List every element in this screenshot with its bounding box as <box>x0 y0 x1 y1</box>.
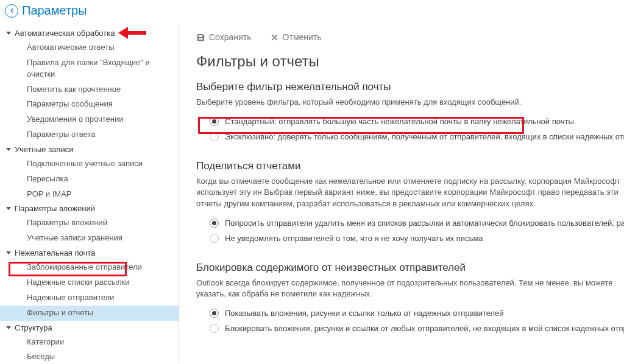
radio-label: Блокировать вложения, рисунки и ссылки о… <box>225 324 624 333</box>
sidebar-group-accounts[interactable]: Учетные записи <box>0 142 179 156</box>
section-share-reports-title: Поделиться отчетами <box>196 160 624 172</box>
section-share-reports-desc: Когда вы отмечаете сообщение как нежелат… <box>196 176 624 209</box>
sidebar-group-label: Нежелательная почта <box>15 248 95 257</box>
radio-icon <box>210 219 219 228</box>
sidebar-item-safe-senders[interactable]: Надежные отправители <box>0 290 179 306</box>
chevron-down-icon <box>6 326 11 329</box>
page-title: Фильтры и отчеты <box>196 53 624 70</box>
close-icon <box>270 33 279 42</box>
radio-label: Стандартный: отправлять большую часть не… <box>225 117 576 126</box>
cancel-label: Отменить <box>283 32 322 42</box>
back-button[interactable] <box>5 4 18 18</box>
sidebar-item-inbox-rules[interactable]: Правила для папки "Входящие" и очистки <box>0 55 179 82</box>
sidebar-group-label: Автоматическая обработка <box>15 29 115 38</box>
sidebar-group-label: Структура <box>15 323 52 332</box>
save-button[interactable]: Сохранить <box>196 32 252 42</box>
sidebar-group-auto-processing[interactable]: Автоматическая обработка <box>0 26 179 40</box>
sidebar-item-conversations[interactable]: Беседы <box>0 349 179 363</box>
save-icon <box>196 33 205 42</box>
radio-label: Не уведомлять отправителей о том, что я … <box>225 234 483 243</box>
sidebar-group-junk[interactable]: Нежелательная почта <box>0 246 179 260</box>
page-header: Параметры <box>0 0 624 24</box>
radio-block-all[interactable]: Блокировать вложения, рисунки и ссылки о… <box>196 321 624 336</box>
radio-dont-notify[interactable]: Не уведомлять отправителей о том, что я … <box>196 231 624 246</box>
toolbar: Сохранить Отменить <box>196 32 624 42</box>
section-junk-filter-desc: Выберите уровень фильтра, который необхо… <box>196 97 624 108</box>
sidebar-item-storage-accounts[interactable]: Учетные записи хранения <box>0 231 179 246</box>
sidebar-item-pop-imap[interactable]: POP и IMAP <box>0 187 179 202</box>
sidebar-item-read-receipts[interactable]: Уведомления о прочтении <box>0 112 179 127</box>
sidebar: Автоматическая обработка Автоматические … <box>0 24 179 363</box>
sidebar-group-attachments[interactable]: Параметры вложений <box>0 201 179 215</box>
sidebar-item-categories[interactable]: Категории <box>0 335 179 350</box>
section-block-content-title: Блокировка содержимого от неизвестных от… <box>196 262 624 274</box>
chevron-down-icon <box>6 207 11 210</box>
sidebar-item-reply-settings[interactable]: Параметры ответа <box>0 127 179 142</box>
radio-icon <box>210 132 219 141</box>
sidebar-group-layout[interactable]: Структура <box>0 321 179 335</box>
cancel-button[interactable]: Отменить <box>270 32 322 42</box>
sidebar-item-blocked-senders[interactable]: Заблокированные отправители <box>0 260 179 275</box>
radio-show-trusted[interactable]: Показывать вложения, рисунки и ссылки то… <box>196 306 624 321</box>
radio-icon <box>210 309 219 318</box>
main-content: Сохранить Отменить Фильтры и отчеты Выбе… <box>179 24 624 363</box>
chevron-down-icon <box>6 148 11 151</box>
radio-icon <box>210 117 219 126</box>
header-title: Параметры <box>22 4 87 18</box>
sidebar-item-connected-accounts[interactable]: Подключенные учетные записи <box>0 156 179 172</box>
section-junk-filter-title: Выберите фильтр нежелательной почты <box>196 81 624 93</box>
radio-standard-filter[interactable]: Стандартный: отправлять большую часть не… <box>196 114 624 129</box>
sidebar-item-attachment-options[interactable]: Параметры вложений <box>0 215 179 231</box>
radio-exclusive-filter[interactable]: Эксклюзивно: доверять только сообщениям,… <box>196 129 624 144</box>
sidebar-item-filters-reports[interactable]: Фильтры и отчеты <box>0 306 179 321</box>
radio-icon <box>210 324 219 333</box>
chevron-down-icon <box>6 32 11 35</box>
sidebar-item-safe-mailing-lists[interactable]: Надежные списки рассылки <box>0 275 179 290</box>
radio-label: Эксклюзивно: доверять только сообщениям,… <box>225 132 624 141</box>
radio-icon <box>210 234 219 243</box>
sidebar-item-forwarding[interactable]: Пересылка <box>0 172 179 187</box>
radio-label: Показывать вложения, рисунки и ссылки то… <box>225 309 504 318</box>
radio-ask-remove[interactable]: Попросить отправителя удалить меня из сп… <box>196 215 624 231</box>
sidebar-group-label: Параметры вложений <box>15 204 95 213</box>
chevron-down-icon <box>6 251 11 254</box>
section-block-content-desc: Outlook всегда блокирует содержимое, пол… <box>196 278 624 299</box>
sidebar-item-mark-read[interactable]: Пометить как прочтенное <box>0 82 179 97</box>
sidebar-item-message-options[interactable]: Параметры сообщения <box>0 97 179 112</box>
sidebar-item-auto-replies[interactable]: Автоматические ответы <box>0 40 179 55</box>
sidebar-group-label: Учетные записи <box>15 145 73 154</box>
save-label: Сохранить <box>209 32 252 42</box>
radio-label: Попросить отправителя удалить меня из сп… <box>225 219 624 228</box>
